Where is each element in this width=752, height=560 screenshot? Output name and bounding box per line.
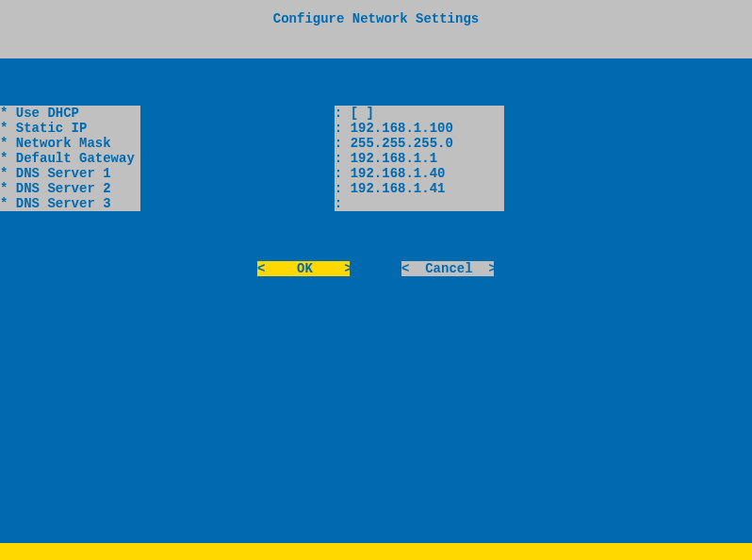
status-bar: Choose OK to save and exit - or Cancel t… bbox=[0, 543, 752, 560]
value-default-gateway[interactable]: : 192.168.1.1 bbox=[335, 151, 504, 166]
value-network-mask[interactable]: : 255.255.255.0 bbox=[335, 136, 504, 151]
label-network-mask: * Network Mask bbox=[0, 136, 135, 151]
network-form: * Use DHCP * Static IP * Network Mask * … bbox=[0, 106, 504, 211]
ok-button[interactable]: < OK > bbox=[257, 261, 350, 276]
label-dns-3: * DNS Server 3 bbox=[0, 196, 135, 211]
cancel-button[interactable]: < Cancel > bbox=[401, 261, 494, 276]
label-dns-1: * DNS Server 1 bbox=[0, 166, 135, 181]
title-bar: Configure Network Settings bbox=[0, 0, 752, 58]
main-panel: * Use DHCP * Static IP * Network Mask * … bbox=[0, 58, 752, 543]
label-static-ip: * Static IP bbox=[0, 121, 135, 136]
label-use-dhcp: * Use DHCP bbox=[0, 106, 135, 121]
value-dns-2[interactable]: : 192.168.1.41 bbox=[335, 181, 504, 196]
value-dns-3[interactable]: : bbox=[335, 196, 504, 211]
value-use-dhcp[interactable]: : [ ] bbox=[335, 106, 504, 121]
label-default-gateway: * Default Gateway bbox=[0, 151, 135, 166]
label-dns-2: * DNS Server 2 bbox=[0, 181, 135, 196]
field-labels: * Use DHCP * Static IP * Network Mask * … bbox=[0, 106, 140, 211]
page-title: Configure Network Settings bbox=[273, 11, 479, 26]
value-dns-1[interactable]: : 192.168.1.40 bbox=[335, 166, 504, 181]
value-static-ip[interactable]: : 192.168.1.100 bbox=[335, 121, 504, 136]
field-values: : [ ] : 192.168.1.100 : 255.255.255.0 : … bbox=[335, 106, 504, 211]
